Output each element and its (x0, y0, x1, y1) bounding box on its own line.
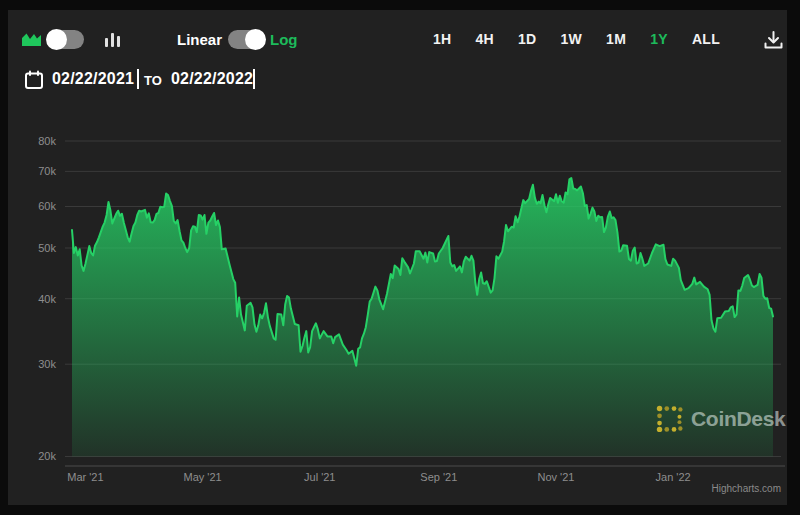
x-axis-label: May '21 (168, 471, 238, 483)
y-axis-label: 60k (12, 200, 56, 212)
y-axis-label: 40k (12, 293, 56, 305)
x-axis-label: Jan '22 (638, 471, 708, 483)
x-axis-label: Jul '21 (285, 471, 355, 483)
chart-plot-area[interactable]: 80k70k60k50k40k30k20kMar '21May '21Jul '… (8, 10, 787, 505)
highcharts-credits[interactable]: Highcharts.com (712, 483, 781, 494)
x-axis-label: Mar '21 (50, 471, 120, 483)
coindesk-brand-text: CoinDesk (691, 407, 785, 431)
coindesk-logo-icon (655, 404, 684, 433)
chart-panel: Linear Log 1H4H1D1W1M1YALL (8, 10, 787, 505)
coindesk-watermark: CoinDesk (655, 404, 785, 433)
x-axis-label: Nov '21 (521, 471, 591, 483)
x-axis-label: Sep '21 (404, 471, 474, 483)
y-axis-label: 70k (12, 165, 56, 177)
y-axis-label: 50k (12, 242, 56, 254)
y-axis-label: 80k (12, 135, 56, 147)
y-axis-label: 30k (12, 358, 56, 370)
coindesk-chart-widget: Linear Log 1H4H1D1W1M1YALL (0, 0, 800, 515)
y-axis-label: 20k (12, 450, 56, 462)
